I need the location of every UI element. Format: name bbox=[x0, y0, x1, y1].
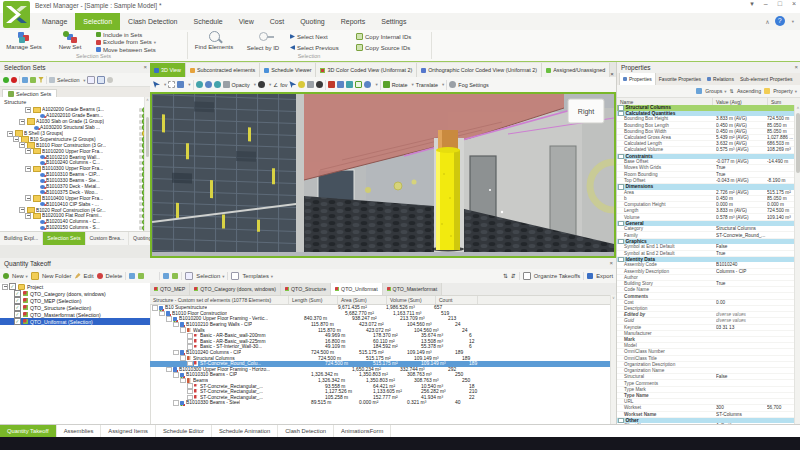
checkbox-icon[interactable]: ✓ bbox=[9, 283, 16, 290]
rectangle-select-icon[interactable] bbox=[168, 81, 175, 88]
translate-label[interactable]: Translate bbox=[416, 82, 438, 88]
table-filter-icon[interactable] bbox=[163, 273, 169, 279]
qto-tab-qto-uniformat[interactable]: QTO_Uniformat bbox=[331, 283, 383, 295]
close-panel-icon[interactable]: × bbox=[794, 62, 798, 73]
new-folder-button[interactable]: New Folder bbox=[42, 273, 72, 279]
ribbon-tab-quoting[interactable]: Quoting bbox=[292, 13, 333, 30]
qto-tab-qto-masterformat[interactable]: QTO_Masterformat bbox=[383, 283, 443, 295]
groups-icon[interactable] bbox=[696, 88, 702, 94]
new-folder-icon[interactable] bbox=[31, 272, 39, 280]
column-count[interactable]: Count bbox=[436, 296, 478, 304]
new-takeoff-icon[interactable] bbox=[3, 273, 9, 279]
filter-up-icon[interactable] bbox=[22, 77, 28, 83]
include-in-sets-button[interactable]: Include in Sets bbox=[96, 31, 184, 38]
expander-icon[interactable] bbox=[173, 400, 179, 406]
rotate-label[interactable]: Rotate bbox=[392, 82, 408, 88]
ribbon-tab-settings[interactable]: Settings bbox=[373, 13, 414, 30]
maximize-button[interactable]: □ bbox=[778, 0, 782, 8]
copy-source-ids-button[interactable]: Copy Source IDs bbox=[356, 44, 428, 51]
nav-cube[interactable]: Right bbox=[568, 99, 604, 123]
groups-dropdown[interactable]: Groups▾ bbox=[705, 88, 726, 94]
minimize-button[interactable]: – bbox=[764, 0, 768, 8]
highlight-selection-icon[interactable] bbox=[355, 81, 362, 88]
panel-tab-selection-sets[interactable]: Selection Sets bbox=[43, 232, 85, 245]
zoom-extents-icon[interactable] bbox=[214, 81, 221, 88]
ribbon-tab-reports[interactable]: Reports bbox=[333, 13, 374, 30]
select-next-button[interactable]: Select Next bbox=[290, 33, 352, 40]
table-filter-icon-2[interactable] bbox=[172, 273, 178, 279]
qto-tree-item[interactable]: ✓QTO_Masterformat (Selection) bbox=[0, 311, 150, 318]
camera-settings-icon[interactable] bbox=[316, 81, 323, 88]
panel-tab-custom-brea[interactable]: Custom Brea... bbox=[86, 232, 130, 245]
ribbon-tab-manage[interactable]: Manage bbox=[34, 13, 75, 30]
scroll-up-icon[interactable]: ∧ bbox=[797, 105, 800, 110]
properties-tab-sub-element-properties[interactable]: Sub-element Properties bbox=[737, 73, 796, 85]
exclude-from-sets-button[interactable]: Exclude from Sets ▾ bbox=[96, 39, 184, 46]
move-between-sets-button[interactable]: Move between Sets bbox=[96, 46, 184, 53]
ribbon-tab-selection[interactable]: Selection bbox=[75, 13, 120, 30]
properties-tab-properties[interactable]: Properties bbox=[619, 72, 656, 85]
export-icon[interactable] bbox=[587, 273, 593, 279]
export-button[interactable]: Export bbox=[596, 273, 613, 279]
qto-selection-dropdown[interactable]: Selection▾ bbox=[196, 273, 224, 279]
glass-facade[interactable] bbox=[152, 94, 302, 252]
close-button[interactable]: × bbox=[792, 0, 796, 8]
view-tab-3d-color-coded-view-uniformat-2[interactable]: 3D Color Coded View (Uniformat 2) bbox=[316, 63, 417, 77]
move-element-icon[interactable] bbox=[337, 81, 344, 88]
properties-tab-relations[interactable]: Relations bbox=[704, 73, 737, 85]
far-right-wall[interactable] bbox=[582, 108, 614, 252]
properties-tab-favorite-properties[interactable]: Favorite Properties bbox=[656, 73, 704, 85]
property-icon[interactable] bbox=[764, 88, 770, 94]
view-tab-subcontracted-elements[interactable]: Subcontracted elements bbox=[186, 63, 260, 77]
sort-icon[interactable]: ⇅ bbox=[730, 88, 734, 94]
checkbox-icon[interactable]: ✓ bbox=[14, 290, 21, 297]
selection-cursor-icon[interactable] bbox=[185, 272, 193, 280]
column-structure[interactable]: Structure - Custom set of elements (1077… bbox=[150, 296, 289, 304]
copy-set-icon[interactable] bbox=[49, 77, 55, 83]
selected-round-column[interactable] bbox=[436, 130, 460, 250]
flag-icon[interactable] bbox=[328, 81, 335, 88]
templates-dropdown[interactable]: Templates▾ bbox=[242, 273, 273, 279]
qto-tab-qto-mep[interactable]: QTO_MEP bbox=[150, 283, 190, 295]
column-area[interactable]: Area (Sum) bbox=[338, 296, 387, 304]
select-previous-button[interactable]: Select Previous bbox=[290, 44, 352, 51]
view-tab-3d-view[interactable]: 3D View bbox=[150, 63, 186, 77]
filter-down-icon[interactable] bbox=[30, 77, 36, 83]
qto-tree-item[interactable]: ✓QTO_Category (doors, windows) bbox=[0, 290, 150, 297]
selection-dropdown[interactable]: Selection ▾ bbox=[57, 77, 85, 83]
ribbon-tab-schedule[interactable]: Schedule bbox=[186, 13, 231, 30]
hide-all-icon[interactable] bbox=[11, 77, 17, 83]
delete-icon[interactable] bbox=[97, 273, 103, 279]
settings-gear-icon[interactable] bbox=[107, 77, 113, 83]
zoom-selected-icon[interactable] bbox=[97, 76, 105, 84]
opacity-label[interactable]: Opacity bbox=[232, 82, 250, 88]
panel-tab-building-expl[interactable]: Building Expl... bbox=[0, 232, 43, 245]
sort-descending-icon[interactable]: ⇵ bbox=[511, 273, 516, 279]
property-dropdown[interactable]: Property▾ bbox=[773, 88, 797, 94]
view-tab-orthographic-color-coded-view-uniformat-2[interactable]: Orthographic Color Coded View (Uniformat… bbox=[417, 63, 542, 77]
edit-pencil-icon[interactable] bbox=[75, 273, 81, 279]
orbit-icon[interactable] bbox=[196, 81, 203, 88]
ceiling-light[interactable] bbox=[412, 180, 417, 185]
scroll-down-icon[interactable]: ∨ bbox=[612, 295, 615, 300]
properties-scrollbar[interactable]: ∧ bbox=[794, 105, 800, 424]
view-tab-assigned-unassigned[interactable]: Assigned/Unassigned bbox=[542, 63, 610, 77]
close-panel-icon[interactable]: × bbox=[609, 258, 613, 269]
delete-button[interactable]: Delete bbox=[106, 273, 123, 279]
rotate-icon[interactable] bbox=[383, 81, 390, 88]
isolate-element-icon[interactable] bbox=[177, 81, 184, 88]
walk-mode-icon[interactable] bbox=[289, 81, 296, 88]
sun-icon[interactable] bbox=[298, 81, 305, 88]
column-volume[interactable]: Volume (Sum) bbox=[387, 296, 436, 304]
help-icon[interactable]: ? bbox=[775, 16, 785, 26]
ribbon-tab-clash-detection[interactable]: Clash Detection bbox=[120, 13, 185, 30]
pick-cursor-icon[interactable] bbox=[87, 76, 95, 84]
new-takeoff-button[interactable]: New▾ bbox=[12, 273, 28, 279]
ribbon-tab-view[interactable]: View bbox=[231, 13, 262, 30]
grid-icon[interactable] bbox=[307, 81, 314, 88]
edit-button[interactable]: Edit bbox=[84, 273, 94, 279]
fog-settings-label[interactable]: Fog Settings bbox=[458, 82, 488, 88]
qto-tree-root[interactable]: ✓ Project bbox=[0, 283, 150, 290]
checkbox-icon[interactable]: ✓ bbox=[14, 318, 21, 325]
checkbox-icon[interactable]: ✓ bbox=[14, 304, 21, 311]
